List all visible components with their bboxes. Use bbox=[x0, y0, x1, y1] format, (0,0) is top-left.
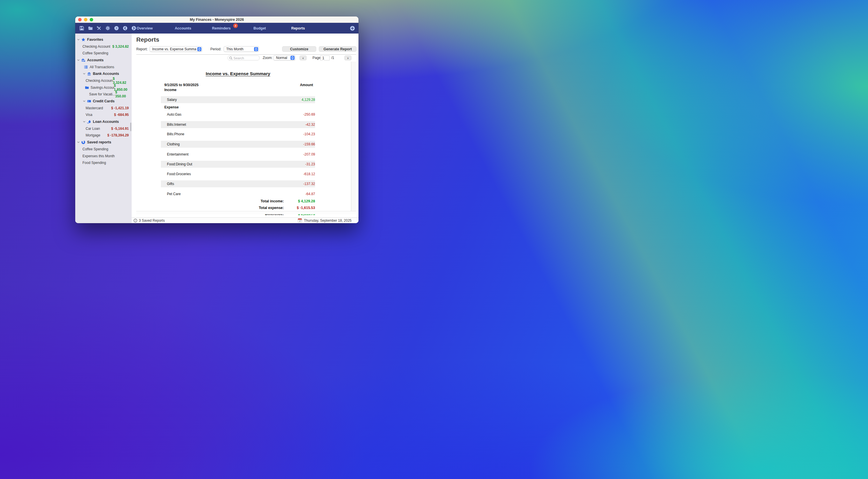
tab-reports[interactable]: Reports bbox=[282, 26, 314, 30]
sidebar-item-coffee-spending-report[interactable]: Coffee Spending bbox=[75, 146, 132, 152]
chevron-down-icon[interactable] bbox=[77, 141, 80, 144]
sidebar-label: Coffee Spending bbox=[83, 147, 108, 151]
sidebar-item-savings-account[interactable]: Savings Account $ 1,850.00 bbox=[75, 84, 132, 91]
save-icon[interactable] bbox=[79, 26, 84, 31]
generate-report-button[interactable]: Generate Report bbox=[319, 46, 356, 52]
vertical-scrollbar-track[interactable] bbox=[351, 62, 356, 211]
donut-chart-icon bbox=[81, 140, 85, 144]
next-page-button[interactable]: › bbox=[344, 56, 351, 60]
sidebar-item-checking-account-bank[interactable]: Checking Account $ 3,324.82 bbox=[75, 77, 132, 84]
total-income-row: Total income: $ 4,129.28 bbox=[261, 198, 315, 204]
sidebar-item-mortgage[interactable]: Mortgage $ -178,394.29 bbox=[75, 132, 132, 139]
calendar-icon: 17 bbox=[298, 218, 302, 223]
report-row-bills-phone: Bills:Phone -104.23 bbox=[161, 131, 315, 138]
period-select[interactable]: This Month bbox=[224, 46, 259, 52]
sidebar-label: Save for Vacati... bbox=[89, 92, 115, 96]
chevron-down-icon[interactable] bbox=[77, 59, 80, 62]
sidebar-item-expenses-this-month[interactable]: Expenses this Month bbox=[75, 152, 132, 160]
sidebar-item-mastercard[interactable]: Mastercard $ -1,421.19 bbox=[75, 105, 132, 111]
sidebar-label: Savings Account bbox=[91, 85, 114, 90]
transactions-list-icon bbox=[84, 65, 88, 69]
sidebar-scrollbar-thumb[interactable] bbox=[130, 123, 131, 131]
search-input[interactable] bbox=[232, 56, 256, 60]
category-amount: -137.32 bbox=[303, 180, 315, 187]
popup-chevrons-icon bbox=[254, 47, 258, 51]
accounts-icon bbox=[81, 58, 85, 62]
category-label: Food:Groceries bbox=[167, 171, 191, 177]
page-number-input[interactable] bbox=[320, 56, 330, 60]
sidebar-label: Saved reports bbox=[87, 140, 111, 144]
chevron-down-icon[interactable] bbox=[77, 38, 80, 41]
category-amount: 4,129.28 bbox=[302, 96, 315, 103]
sidebar-section-saved-reports[interactable]: Saved reports bbox=[75, 139, 132, 146]
main-content: Reports Report: Income vs. Expense Summa… bbox=[132, 34, 359, 223]
add-button[interactable] bbox=[350, 26, 355, 31]
sidebar: Favorites Checking Account $ 3,324.82 Co… bbox=[75, 34, 132, 223]
sidebar-label: Car Loan bbox=[86, 127, 100, 131]
sidebar-section-loan-accounts[interactable]: Loan Accounts bbox=[75, 118, 132, 125]
report-select[interactable]: Income vs. Expense Summary bbox=[150, 46, 202, 52]
horizontal-scrollbar-track[interactable] bbox=[136, 211, 356, 214]
sidebar-item-checking-account[interactable]: Checking Account $ 3,324.82 bbox=[75, 43, 132, 50]
zoom-label: Zoom: bbox=[263, 56, 273, 60]
sidebar-item-food-spending[interactable]: Food Spending bbox=[75, 159, 132, 166]
tab-budget[interactable]: Budget bbox=[244, 26, 276, 30]
account-balance: $ -5,164.91 bbox=[111, 127, 129, 131]
title-bar[interactable]: My Finances - Moneyspire 2026 bbox=[75, 16, 359, 23]
sidebar-section-favorites[interactable]: Favorites bbox=[75, 36, 132, 43]
chevron-down-icon[interactable] bbox=[83, 100, 86, 103]
sidebar-section-bank-accounts[interactable]: Bank Accounts bbox=[75, 70, 132, 77]
previous-page-button[interactable]: ‹ bbox=[300, 56, 307, 60]
status-bar: i 3 Saved Reports 17 Thursday, September… bbox=[132, 217, 359, 223]
expense-header-label: Expense bbox=[164, 104, 179, 111]
expense-section-header: Expense bbox=[161, 104, 315, 111]
income-header-label: Income bbox=[164, 87, 177, 93]
sidebar-item-visa[interactable]: Visa $ -684.95 bbox=[75, 111, 132, 118]
report-viewer: Zoom: Normal ‹ Page: /1 › Income vs. Exp… bbox=[136, 54, 356, 214]
chevron-down-icon[interactable] bbox=[83, 72, 86, 75]
report-row-food-groceries: Food:Groceries -618.12 bbox=[161, 171, 315, 177]
zoom-button[interactable] bbox=[90, 18, 93, 22]
traffic-lights bbox=[78, 18, 93, 22]
sidebar-label: Expenses this Month bbox=[83, 154, 115, 158]
period-select-label: Period: bbox=[210, 47, 221, 51]
popup-chevrons-icon bbox=[290, 56, 294, 60]
category-label: Bills:Phone bbox=[167, 131, 184, 138]
tab-accounts[interactable]: Accounts bbox=[167, 26, 199, 30]
chevron-down-icon[interactable] bbox=[83, 120, 86, 123]
zoom-select[interactable]: Normal bbox=[273, 55, 296, 60]
tab-overview[interactable]: Overview bbox=[129, 26, 161, 30]
minimize-button[interactable] bbox=[84, 18, 87, 22]
sidebar-item-car-loan[interactable]: Car Loan $ -5,164.91 bbox=[75, 125, 132, 132]
customize-button[interactable]: Customize bbox=[282, 46, 316, 52]
sidebar-item-save-for-vacation[interactable]: Save for Vacati... $ 350.00 bbox=[75, 91, 132, 98]
report-row-salary: Salary 4,129.28 bbox=[161, 96, 315, 103]
close-button[interactable] bbox=[78, 18, 82, 22]
tab-reminders-label: Reminders bbox=[212, 26, 231, 30]
toolbar-icons: ? bbox=[75, 26, 136, 31]
search-icon bbox=[229, 56, 232, 60]
viewer-toolbar: Zoom: Normal ‹ Page: /1 › bbox=[136, 55, 356, 62]
sidebar-label: All Transactions bbox=[90, 65, 114, 69]
open-file-icon[interactable] bbox=[88, 26, 93, 31]
tab-reminders[interactable]: Reminders 2 bbox=[206, 26, 237, 30]
category-label: Clothing bbox=[167, 141, 180, 148]
report-row-pet-care: Pet Care -64.87 bbox=[161, 191, 315, 198]
sidebar-section-credit-cards[interactable]: Credit Cards bbox=[75, 98, 132, 105]
sidebar-section-accounts[interactable]: Accounts bbox=[75, 57, 132, 64]
category-amount: -159.66 bbox=[303, 141, 315, 148]
window-title: My Finances - Moneyspire 2026 bbox=[190, 18, 244, 22]
calendar-icon-day: 17 bbox=[298, 220, 302, 222]
report-row-gifts: Gifts -137.32 bbox=[161, 180, 315, 187]
report-title: Income vs. Expense Summary bbox=[161, 71, 315, 76]
settings-gear-icon[interactable] bbox=[105, 26, 110, 31]
tools-icon[interactable] bbox=[97, 26, 101, 31]
sidebar-item-all-transactions[interactable]: All Transactions bbox=[75, 64, 132, 71]
back-icon[interactable] bbox=[123, 26, 128, 31]
help-icon[interactable]: ? bbox=[114, 26, 119, 31]
status-left: i 3 Saved Reports bbox=[132, 218, 165, 223]
search-field[interactable] bbox=[228, 56, 259, 60]
category-amount: -42.32 bbox=[305, 121, 315, 128]
category-label: Entertainment bbox=[167, 151, 189, 158]
sidebar-item-coffee-spending[interactable]: Coffee Spending bbox=[75, 50, 132, 57]
